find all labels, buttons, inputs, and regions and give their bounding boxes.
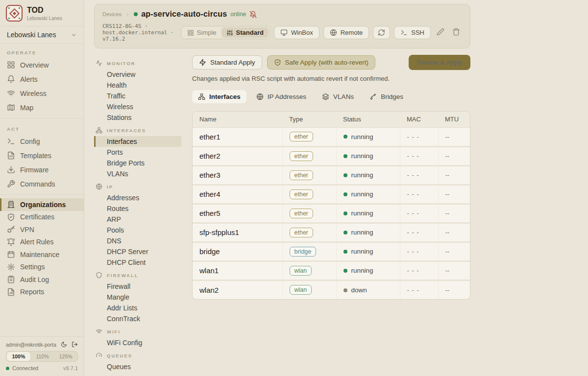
device-actions: SimpleStandard WinBoxRemoteSSH xyxy=(181,26,462,39)
device-nav-item-wifi-config[interactable]: WiFi Config xyxy=(94,337,181,348)
sidebar-item-firmware[interactable]: Firmware xyxy=(0,163,84,177)
tab-interfaces[interactable]: Interfaces xyxy=(192,90,246,103)
cell-type: ether xyxy=(282,185,336,204)
sidebar-item-label: Firmware xyxy=(20,166,49,174)
device-nav-item-arp[interactable]: ARP xyxy=(94,214,181,225)
column-header-status: Status xyxy=(336,112,400,127)
device-nav-item-addr-lists[interactable]: Addr Lists xyxy=(94,303,181,313)
device-nav-item-conntrack[interactable]: ConnTrack xyxy=(94,313,181,324)
device-nav-item-overview[interactable]: Overview xyxy=(94,69,181,80)
winbox-button[interactable]: WinBox xyxy=(274,26,319,39)
device-nav-item-interfaces[interactable]: Interfaces xyxy=(94,136,181,147)
table-row-wlan1[interactable]: wlan1wlanrunning- - --- xyxy=(193,261,470,280)
sidebar-item-wireless[interactable]: Wireless xyxy=(0,86,84,100)
table-row-ether3[interactable]: ether3etherrunning- - --- xyxy=(193,165,470,185)
sidebar-item-reports[interactable]: Reports xyxy=(0,286,84,299)
safe-apply-button[interactable]: Safe Apply (with auto-revert) xyxy=(267,55,375,70)
app-version: v9.7.1 xyxy=(63,365,78,371)
sidebar-item-label: Config xyxy=(20,138,40,145)
org-selector[interactable]: Lebowski Lanes xyxy=(0,26,84,44)
breadcrumb[interactable]: Devices xyxy=(102,11,122,17)
sidebar-item-vpn[interactable]: VPN xyxy=(0,223,84,236)
tab-bar: InterfacesIP AddressesVLANsBridges xyxy=(192,90,470,103)
sidebar-item-overview[interactable]: Overview xyxy=(0,58,84,72)
edit-button[interactable] xyxy=(435,26,446,39)
tab-bridges[interactable]: Bridges xyxy=(364,90,409,103)
device-nav-item-mangle[interactable]: Mangle xyxy=(94,292,181,303)
status-dot-icon xyxy=(343,288,347,292)
sidebar-item-map[interactable]: Map xyxy=(0,100,84,115)
moon-icon[interactable] xyxy=(61,341,67,348)
sidebar-item-commands[interactable]: Commands xyxy=(0,177,84,191)
table-row-bridge[interactable]: bridgebridgerunning- - --- xyxy=(193,242,470,261)
safe-apply-label: Safe Apply (with auto-revert) xyxy=(285,59,368,66)
device-nav-item-firewall[interactable]: Firewall xyxy=(94,281,181,292)
remote-button[interactable]: Remote xyxy=(323,26,369,39)
cell-mtu: -- xyxy=(438,146,470,165)
device-nav-item-traffic[interactable]: Traffic xyxy=(94,91,181,101)
sidebar-item-config[interactable]: Config xyxy=(0,134,84,148)
tab-vlans[interactable]: VLANs xyxy=(316,90,360,103)
key-icon xyxy=(7,225,15,234)
device-meta: CRS112-8G-4S · host.docker.internal · v7… xyxy=(102,23,181,42)
zoom-option-110[interactable]: 110% xyxy=(31,352,54,361)
table-row-ether5[interactable]: ether5etherrunning- - --- xyxy=(193,204,470,223)
device-nav-item-routes[interactable]: Routes xyxy=(94,203,181,214)
device-panel: Standard Apply Safe Apply (with auto-rev… xyxy=(192,55,470,376)
sidebar-item-label: Templates xyxy=(20,152,51,160)
cell-status: running xyxy=(336,261,400,280)
device-nav-section-vpn: VPN xyxy=(94,374,192,376)
device-nav-item-dhcp-client[interactable]: DHCP Client xyxy=(94,257,181,268)
sidebar-item-templates[interactable]: Templates xyxy=(0,148,84,163)
sidebar-item-maintenance[interactable]: Maintenance xyxy=(0,248,84,261)
sidebar-item-settings[interactable]: Settings xyxy=(0,261,84,274)
type-badge: ether xyxy=(290,189,314,199)
cell-status: running xyxy=(336,242,400,261)
sidebar-item-label: Organizations xyxy=(20,201,66,209)
table-row-ether4[interactable]: ether4etherrunning- - --- xyxy=(193,185,470,204)
device-nav-item-bridge-ports[interactable]: Bridge Ports xyxy=(94,158,181,168)
cell-mac: - - - xyxy=(400,261,438,280)
interfaces-table: NameTypeStatusMACMTU ether1etherrunning-… xyxy=(192,111,470,300)
table-row-ether1[interactable]: ether1etherrunning- - --- xyxy=(193,127,470,146)
device-nav-item-ports[interactable]: Ports xyxy=(94,147,181,158)
sidebar-item-organizations[interactable]: Organizations xyxy=(0,198,84,211)
zoom-option-100[interactable]: 100% xyxy=(7,352,30,361)
ssh-button[interactable]: SSH xyxy=(394,26,431,39)
network-icon xyxy=(198,93,205,100)
tab-ip-addresses[interactable]: IP Addresses xyxy=(250,90,312,103)
standard-apply-button[interactable]: Standard Apply xyxy=(192,55,262,70)
table-row-sfp-sfpplus1[interactable]: sfp-sfpplus1etherrunning- - --- xyxy=(193,223,470,242)
device-nav-item-dns[interactable]: DNS xyxy=(94,235,181,246)
delete-button[interactable] xyxy=(450,26,462,39)
status-dot-icon xyxy=(343,212,347,215)
device-nav-item-health[interactable]: Health xyxy=(94,80,181,91)
shield-check-icon xyxy=(274,59,281,66)
cell-mac: - - - xyxy=(400,223,438,242)
sidebar-item-alerts[interactable]: Alerts xyxy=(0,72,84,86)
device-nav-item-vlans[interactable]: VLANs xyxy=(94,168,181,179)
device-nav-item-queues[interactable]: Queues xyxy=(94,361,181,372)
review-apply-button[interactable]: Review & Apply xyxy=(409,55,470,70)
table-row-ether2[interactable]: ether2etherrunning- - --- xyxy=(193,146,470,165)
sidebar-item-label: Audit Log xyxy=(20,276,49,283)
cell-mac: - - - xyxy=(400,204,438,223)
type-badge: ether xyxy=(290,209,314,218)
cell-mtu: -- xyxy=(438,261,470,280)
sidebar-item-audit-log[interactable]: Audit Log xyxy=(0,273,84,286)
device-nav-item-wireless[interactable]: Wireless xyxy=(94,101,181,112)
zoom-option-125[interactable]: 125% xyxy=(54,352,77,361)
bell-off-icon[interactable] xyxy=(249,11,257,18)
sidebar-item-certificates[interactable]: Certificates xyxy=(0,211,84,224)
view-mode-simple[interactable]: Simple xyxy=(182,27,221,38)
device-nav-item-dhcp-server[interactable]: DHCP Server xyxy=(94,246,181,257)
device-nav-item-stations[interactable]: Stations xyxy=(94,112,181,123)
sidebar-item-alert-rules[interactable]: Alert Rules xyxy=(0,236,84,249)
refresh-button[interactable] xyxy=(373,26,390,39)
table-row-wlan2[interactable]: wlan2wlandown- - --- xyxy=(193,280,470,299)
cell-name: wlan2 xyxy=(193,280,282,299)
view-mode-standard[interactable]: Standard xyxy=(221,27,269,38)
device-nav-item-pools[interactable]: Pools xyxy=(94,225,181,235)
logout-icon[interactable] xyxy=(72,341,78,348)
device-nav-item-addresses[interactable]: Addresses xyxy=(94,192,181,203)
